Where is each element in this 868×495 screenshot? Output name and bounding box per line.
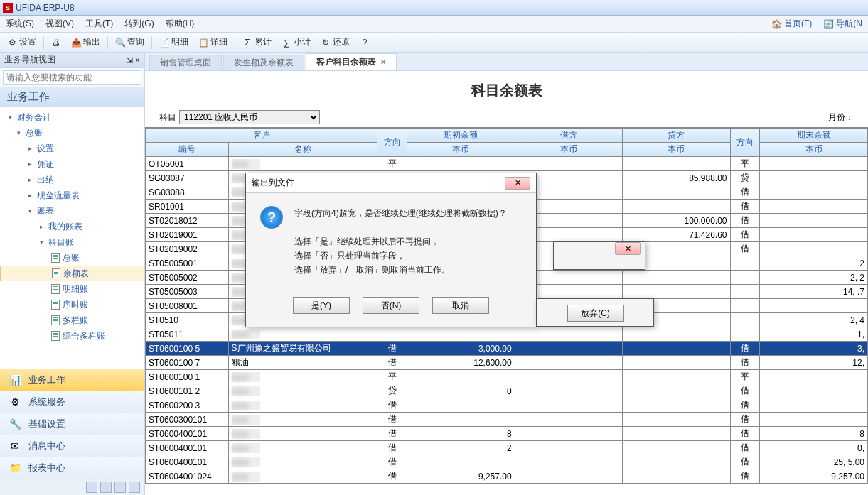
sidebar: 业务导航视图 ⇲ × 业务工作 ▾财务会计▾总账▸设置▸凭证▸出纳▸现金流量表▾…	[0, 53, 145, 495]
search-input[interactable]	[3, 70, 141, 85]
nav-item[interactable]: 总账	[0, 250, 144, 266]
table-row[interactable]: ST0600300101xxxx借借	[146, 413, 868, 427]
toolbar-icon: 🔍	[115, 38, 125, 48]
table-row[interactable]: OT05001xxxx平平	[146, 157, 868, 171]
export-dialog: 输出到文件 ✕ ? 字段(方向4)超宽，是否继续处理(继续处理将截断数据)？ 选…	[245, 173, 537, 327]
no-button[interactable]: 否(N)	[363, 297, 419, 314]
document-icon	[51, 331, 60, 341]
small-dialog: ✕	[553, 241, 645, 270]
table-row[interactable]: ST0600400101xxxx借2借0,	[146, 441, 868, 455]
document-icon	[52, 268, 60, 278]
table-row[interactable]: ST0600100 5S广州豫之盛贸易有限公司借3,000.00借3,	[146, 342, 868, 356]
dialog-close-icon[interactable]: ✕	[615, 242, 641, 255]
menu-item[interactable]: 工具(T)	[85, 18, 113, 30]
toolbar-icon: ↻	[321, 38, 331, 48]
panel-icon: ✉	[7, 438, 23, 454]
nav-item[interactable]: 明细账	[0, 281, 144, 297]
toolbar-icon: ⚙	[7, 38, 17, 48]
pin-icon[interactable]: ⇲	[126, 55, 133, 65]
tab[interactable]: 发生额及余额表	[223, 55, 304, 70]
statusbar	[0, 479, 144, 495]
document-icon	[51, 300, 60, 310]
toolbar: ⚙设置🖨📤输出🔍查询📄明细📋详细Σ累计∑小计↻还原?	[0, 33, 868, 53]
table-row[interactable]: ST06004001024xxxx借9,257.00借9,257.00	[146, 469, 868, 484]
table-row[interactable]: ST05011xxxx1,	[146, 327, 868, 342]
panel-button[interactable]: ⚙系统服务	[0, 391, 144, 413]
nav-item[interactable]: ▸现金流量表	[0, 187, 144, 203]
app-title: UFIDA ERP-U8	[16, 3, 75, 13]
abandon-button[interactable]: 放弃(C)	[567, 305, 624, 322]
status-icon[interactable]	[129, 482, 140, 493]
toolbar-button[interactable]: 📋详细	[195, 35, 230, 50]
nav-item[interactable]: ▸设置	[0, 141, 144, 156]
menu-item[interactable]: 帮助(H)	[166, 18, 195, 30]
nav-item[interactable]: ▾账表	[0, 203, 144, 219]
toolbar-icon: ∑	[282, 38, 291, 48]
panel-icon: 📊	[7, 372, 23, 388]
status-icon[interactable]	[86, 482, 97, 493]
tab-close-icon[interactable]: ✕	[380, 58, 386, 66]
toolbar-icon: 📋	[198, 38, 208, 48]
nav-item[interactable]: 余额表	[0, 266, 144, 281]
sidebar-header: 业务导航视图 ⇲ ×	[0, 53, 144, 68]
nav-item[interactable]: 综合多栏账	[0, 328, 144, 344]
table-row[interactable]: ST0600200 3xxxx借借	[146, 398, 868, 413]
menu-item[interactable]: 转到(G)	[124, 18, 154, 30]
dialog-close-icon[interactable]: ✕	[505, 177, 530, 190]
toolbar-icon: Σ	[242, 38, 252, 48]
nav-item[interactable]: ▸凭证	[0, 156, 144, 172]
menu-item[interactable]: 系统(S)	[6, 18, 34, 30]
cancel-button[interactable]: 取消	[432, 297, 489, 314]
nav-item[interactable]: ▸我的账表	[0, 219, 144, 234]
nav-item[interactable]: ▾财务会计	[0, 109, 144, 125]
table-row[interactable]: ST0600100 7粮油借12,600.00借12,	[146, 356, 868, 370]
arrow-icon: ▸	[28, 161, 37, 168]
panel-button[interactable]: ✉消息中心	[0, 435, 144, 457]
app-logo-icon: S	[3, 3, 13, 13]
table-row[interactable]: ST0600400101xxxx借8借8	[146, 427, 868, 441]
panel-button[interactable]: 🔧基础设置	[0, 413, 144, 435]
tab[interactable]: 销售管理桌面	[149, 55, 222, 70]
status-icon[interactable]	[100, 482, 112, 493]
nav-link[interactable]: 🔄 导航(N	[823, 18, 862, 30]
arrow-icon: ▸	[40, 223, 48, 230]
panel-button[interactable]: 📁报表中心	[0, 457, 144, 479]
arrow-icon: ▾	[9, 114, 17, 121]
toolbar-button[interactable]: ↻还原	[318, 35, 353, 50]
nav-item[interactable]: ▾科目账	[0, 234, 144, 250]
subject-select[interactable]: 112201 应收人民币	[179, 110, 320, 124]
toolbar-button[interactable]: 📤输出	[68, 35, 103, 50]
month-label: 月份：	[828, 111, 854, 124]
tabs: 销售管理桌面发生额及余额表客户科目余额表✕	[145, 53, 868, 71]
toolbar-button[interactable]: Σ累计	[240, 35, 274, 50]
table-row[interactable]: ST0600100 1xxxx平平	[146, 370, 868, 384]
toolbar-button[interactable]: ⚙设置	[4, 35, 39, 50]
close-icon[interactable]: ×	[135, 55, 140, 65]
toolbar-button[interactable]: ∑小计	[279, 35, 314, 50]
table-row[interactable]: ST0600101 2xxxx贷0借	[146, 384, 868, 398]
nav-item[interactable]: 序时账	[0, 297, 144, 312]
toolbar-button[interactable]: 🖨	[48, 36, 64, 49]
document-icon	[51, 253, 60, 263]
toolbar-button[interactable]: ?	[357, 36, 373, 49]
menu-item[interactable]: 视图(V)	[45, 18, 74, 30]
nav-item[interactable]: ▾总账	[0, 125, 144, 141]
nav-item[interactable]: 多栏账	[0, 312, 144, 328]
nav-item[interactable]: ▸出纳	[0, 172, 144, 187]
table-row[interactable]: ST0600400101xxxx借借25, 5.00	[146, 455, 868, 469]
home-link[interactable]: 🏠 首页(F)	[771, 18, 812, 30]
toolbar-button[interactable]: 🔍查询	[112, 35, 147, 50]
subject-label: 科目	[159, 111, 176, 124]
secondary-dialog: 放弃(C)	[537, 298, 654, 327]
toolbar-icon: 🖨	[51, 38, 61, 48]
yes-button[interactable]: 是(Y)	[293, 297, 350, 314]
arrow-icon: ▾	[17, 129, 26, 136]
panel-icon: ⚙	[7, 394, 23, 410]
arrow-icon: ▸	[28, 176, 37, 183]
status-icon[interactable]	[114, 482, 126, 493]
tab[interactable]: 客户科目余额表✕	[306, 53, 397, 70]
panel-button[interactable]: 📊业务工作	[0, 369, 144, 391]
document-icon	[51, 315, 60, 325]
document-icon	[51, 284, 60, 294]
toolbar-button[interactable]: 📄明细	[156, 35, 191, 50]
